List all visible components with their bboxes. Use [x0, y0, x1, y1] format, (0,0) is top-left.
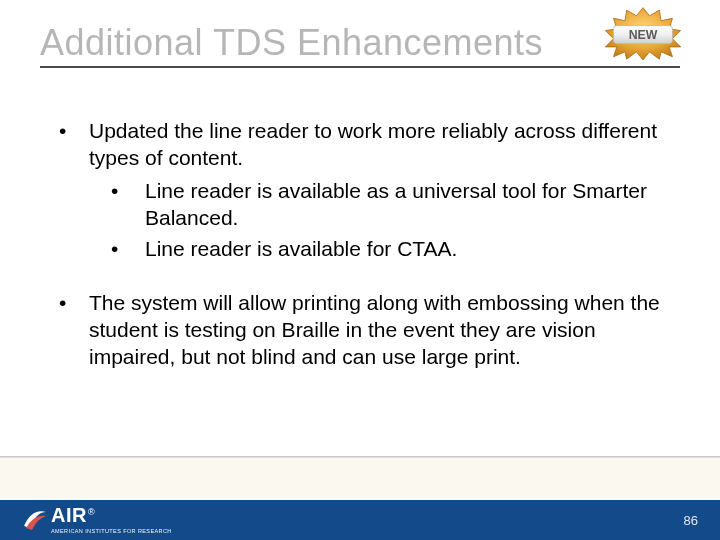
new-icon: NEW: [602, 6, 684, 60]
page-number: 86: [684, 513, 698, 528]
air-logo: AIR® AMERICAN INSTITUTES FOR RESEARCH: [22, 505, 172, 533]
registered-mark: ®: [88, 507, 95, 517]
logo-subtitle: AMERICAN INSTITUTES FOR RESEARCH: [51, 528, 172, 534]
logo-mark-icon: [22, 506, 48, 532]
list-item: The system will allow printing along wit…: [55, 290, 665, 371]
bullet-list: Updated the line reader to work more rel…: [55, 118, 665, 371]
logo-text: AIR® AMERICAN INSTITUTES FOR RESEARCH: [51, 505, 172, 534]
bullet-text: The system will allow printing along wit…: [89, 291, 660, 368]
slide: Additional TDS Enhancements NEW: [0, 0, 720, 540]
sub-list: Line reader is available as a universal …: [89, 178, 665, 263]
list-item: Updated the line reader to work more rel…: [55, 118, 665, 262]
bullet-text: Line reader is available as a universal …: [145, 179, 647, 229]
bullet-text: Line reader is available for CTAA.: [145, 237, 457, 260]
footer-bar: AIR® AMERICAN INSTITUTES FOR RESEARCH 86: [0, 500, 720, 540]
new-badge-text: NEW: [629, 28, 658, 42]
content-area: Updated the line reader to work more rel…: [55, 118, 665, 399]
logo-main: AIR: [51, 504, 87, 526]
bullet-text: Updated the line reader to work more rel…: [89, 119, 657, 169]
list-item: Line reader is available for CTAA.: [89, 236, 665, 263]
list-item: Line reader is available as a universal …: [89, 178, 665, 232]
slide-title: Additional TDS Enhancements: [40, 22, 680, 64]
title-container: Additional TDS Enhancements: [40, 22, 680, 68]
